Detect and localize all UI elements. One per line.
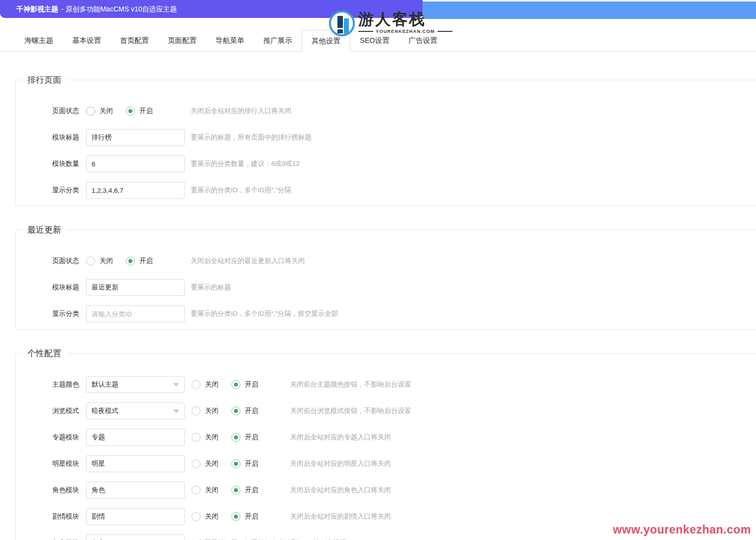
star-module-input[interactable] xyxy=(86,455,185,472)
module-title-input[interactable] xyxy=(86,129,185,146)
field-label: 主题颜色 xyxy=(15,380,79,389)
section-recent-updates: 最近更新 页面状态 关闭 开启 关闭后全站对应的最近更新入口将关闭 模块标题 xyxy=(15,224,756,330)
radio-on[interactable]: 开启 xyxy=(231,406,258,415)
theme-name: 千神影视主题 xyxy=(16,5,58,13)
form-row-role-module: 角色模块 关闭 开启 关闭后全站对应的角色入口将关闭 xyxy=(15,482,756,499)
chevron-down-icon xyxy=(173,383,179,387)
section-title: 个性配置 xyxy=(21,348,67,359)
field-hint: 关闭后全站对应的排行入口将关闭 xyxy=(191,107,292,116)
message-module-input[interactable] xyxy=(86,535,185,540)
field-hint: 关闭前台浏览模式按钮，不影响后台设置 xyxy=(290,406,411,415)
field-hint: 关闭后全站对应的最近更新入口将关闭 xyxy=(191,257,305,266)
logo-bar-dark xyxy=(337,16,343,28)
tab-promo-display[interactable]: 推广展示 xyxy=(254,30,302,51)
field-label: 剧情模块 xyxy=(15,512,79,521)
form-row-module-count: 模块数量 要展示的分类数量，建议：6或9或12 xyxy=(15,155,756,172)
radio-circle-icon[interactable] xyxy=(86,107,95,116)
form-row-browse-mode: 浏览模式 暗夜模式 关闭 开启 关闭前台浏览模式按钮，不影响后台设置 xyxy=(15,403,756,419)
section-ranking-page: 排行页面 页面状态 关闭 开启 关闭后全站对应的排行入口将关闭 模块标题 xyxy=(15,74,756,206)
logo-domain: YOURENKEZHAN.COM xyxy=(376,29,435,34)
role-module-input[interactable] xyxy=(86,482,185,499)
site-logo: 游人客栈 YOURENKEZHAN.COM xyxy=(329,10,452,36)
radio-circle-icon[interactable] xyxy=(192,406,201,415)
toggle-radio-group: 关闭 开启 xyxy=(192,380,284,389)
radio-circle-icon[interactable] xyxy=(86,257,95,266)
theme-color-select[interactable]: 默认主题 xyxy=(86,376,185,393)
radio-circle-checked-icon[interactable] xyxy=(231,406,240,415)
section-title: 排行页面 xyxy=(21,74,67,86)
field-label: 显示分类 xyxy=(15,186,79,195)
radio-off[interactable]: 关闭 xyxy=(192,459,218,468)
module-count-input[interactable] xyxy=(86,155,185,172)
module-title-input[interactable] xyxy=(86,279,185,296)
radio-off[interactable]: 关闭 xyxy=(192,512,218,521)
radio-circle-icon[interactable] xyxy=(192,380,201,389)
topic-module-input[interactable] xyxy=(86,429,185,446)
form-row-plot-module: 剧情模块 关闭 开启 关闭后全站对应的剧情入口将关闭 xyxy=(15,508,756,525)
field-label: 模块标题 xyxy=(15,133,79,142)
form-row-theme-color: 主题颜色 默认主题 关闭 开启 关闭前台主题颜色按钮，不影响后台设置 xyxy=(15,376,756,393)
toggle-radio-group: 关闭 开启 xyxy=(192,406,284,415)
radio-off[interactable]: 关闭 xyxy=(192,433,218,442)
select-value: 暗夜模式 xyxy=(92,406,118,415)
radio-on[interactable]: 开启 xyxy=(126,257,153,266)
radio-on[interactable]: 开启 xyxy=(231,486,258,495)
radio-circle-icon[interactable] xyxy=(192,433,201,442)
tab-home-config[interactable]: 首页配置 xyxy=(110,30,158,51)
form-row-page-status: 页面状态 关闭 开启 关闭后全站对应的排行入口将关闭 xyxy=(15,103,756,120)
display-categories-input[interactable] xyxy=(86,182,185,199)
radio-circle-icon[interactable] xyxy=(192,512,201,521)
chevron-down-icon xyxy=(173,409,179,413)
tab-hailuo-theme[interactable]: 海螺主题 xyxy=(15,30,63,51)
radio-circle-icon[interactable] xyxy=(192,486,201,495)
logo-text: 游人客栈 YOURENKEZHAN.COM xyxy=(358,10,452,34)
plot-module-input[interactable] xyxy=(86,508,185,525)
browse-mode-select[interactable]: 暗夜模式 xyxy=(86,403,185,419)
radio-circle-icon[interactable] xyxy=(192,459,201,468)
form-row-star-module: 明星模块 关闭 开启 关闭后全站对应的明星入口将关闭 xyxy=(15,455,756,472)
radio-on[interactable]: 开启 xyxy=(231,512,258,521)
form-row-display-categories: 显示分类 要展示的分类ID，多个ID用“,”分隔 xyxy=(15,182,756,199)
radio-circle-checked-icon[interactable] xyxy=(126,257,135,266)
radio-on[interactable]: 开启 xyxy=(231,380,258,389)
field-label: 页面状态 xyxy=(15,107,79,116)
radio-circle-checked-icon[interactable] xyxy=(231,459,240,468)
radio-on[interactable]: 开启 xyxy=(126,107,153,116)
field-hint: 要展示的标题，所有页面中的排行榜标题 xyxy=(191,133,312,142)
radio-circle-checked-icon[interactable] xyxy=(231,433,240,442)
tab-nav-menu[interactable]: 导航菜单 xyxy=(206,30,254,51)
form-row-display-categories: 显示分类 要展示的分类ID，多个ID用“,”分隔，留空显示全部 xyxy=(15,305,756,322)
field-hint: 要展示的分类ID，多个ID用“,”分隔 xyxy=(191,186,291,195)
page-status-radio-group: 关闭 开启 xyxy=(86,107,153,116)
radio-on[interactable]: 开启 xyxy=(231,459,258,468)
field-hint: 要展示的分类ID，多个ID用“,”分隔，留空显示全部 xyxy=(191,309,338,318)
form-row-topic-module: 专题模块 关闭 开启 关闭后全站对应的专题入口将关闭 xyxy=(15,429,756,446)
field-hint: 关闭前台主题颜色按钮，不影响后台设置 xyxy=(290,380,411,389)
select-value: 默认主题 xyxy=(92,380,118,389)
radio-circle-checked-icon[interactable] xyxy=(126,107,135,116)
logo-icon xyxy=(329,10,355,36)
form-row-page-status: 页面状态 关闭 开启 关闭后全站对应的最近更新入口将关闭 xyxy=(15,253,756,270)
field-hint: 要展示的标题 xyxy=(191,283,231,292)
radio-off[interactable]: 关闭 xyxy=(192,486,218,495)
tab-page-config[interactable]: 页面配置 xyxy=(158,30,206,51)
radio-on[interactable]: 开启 xyxy=(231,433,258,442)
logo-bar-blue xyxy=(344,18,349,34)
display-categories-input[interactable] xyxy=(86,305,185,322)
radio-circle-checked-icon[interactable] xyxy=(231,380,240,389)
logo-domain-row: YOURENKEZHAN.COM xyxy=(358,29,452,34)
field-label: 专题模块 xyxy=(15,433,79,442)
radio-off[interactable]: 关闭 xyxy=(86,107,113,116)
section-title: 最近更新 xyxy=(21,224,67,236)
radio-off[interactable]: 关闭 xyxy=(86,257,113,266)
page-status-radio-group: 关闭 开启 xyxy=(86,257,153,266)
radio-off[interactable]: 关闭 xyxy=(192,380,218,389)
radio-off[interactable]: 关闭 xyxy=(192,406,218,415)
logo-dash-right xyxy=(437,31,452,32)
toggle-radio-group: 关闭 开启 xyxy=(192,433,284,442)
tab-basic-settings[interactable]: 基本设置 xyxy=(63,30,110,51)
field-hint: 关闭后全站对应的剧情入口将关闭 xyxy=(290,512,391,521)
radio-circle-checked-icon[interactable] xyxy=(231,512,240,521)
toggle-radio-group: 关闭 开启 xyxy=(192,486,284,495)
radio-circle-checked-icon[interactable] xyxy=(231,486,240,495)
